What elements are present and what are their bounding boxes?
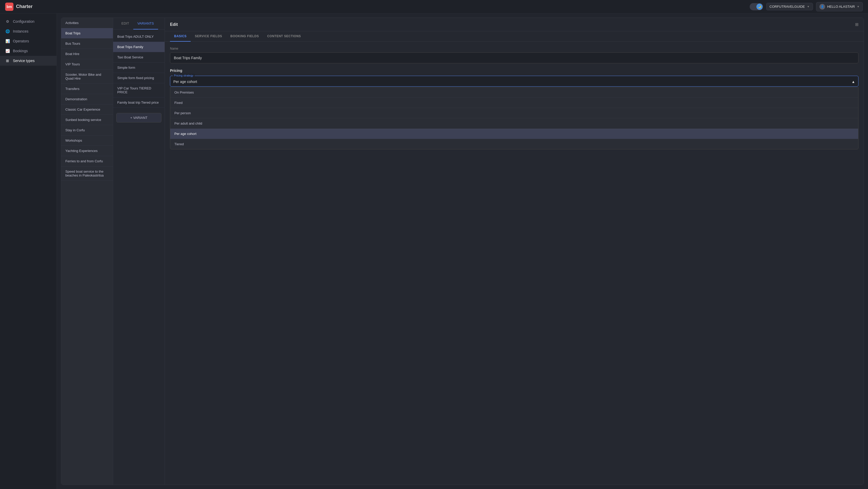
logo-icon: bm: [5, 3, 13, 11]
variant-item-vip-car-tours[interactable]: VIP Car Tours TIERED PRICE: [113, 83, 164, 97]
topbar-right: 🌙 CORFUTRAVELGUIDE ▼ 👤 HELLO ALASTAIR ▼: [750, 2, 863, 11]
activities-item-boat-trips[interactable]: Boat Trips: [61, 28, 113, 38]
topbar-left: bm Charter: [5, 3, 33, 11]
grid-icon: ⊞: [5, 58, 10, 63]
variant-item-family[interactable]: Boat Trips Family: [113, 42, 164, 52]
tab-variants[interactable]: VARIANTS: [133, 18, 158, 29]
chevron-down-icon: ▼: [807, 5, 810, 8]
edit-tab-content-sections[interactable]: CONTENT SECTIONS: [263, 31, 305, 41]
activities-item-bus-tours[interactable]: Bus Tours: [61, 38, 113, 49]
variant-item-adult-only[interactable]: Boat Trips ADULT ONLY: [113, 32, 164, 42]
dropdown-floating-label-container: Pricing strategy Per age cohort ▲: [170, 76, 859, 87]
variants-section: EDIT VARIANTS Boat Trips ADULT ONLY Boat…: [113, 18, 164, 485]
grid-view-icon[interactable]: ⊞: [855, 22, 859, 27]
sidebar: ⚙ Configuration 🌐 Instances 📊 Operators …: [0, 13, 57, 489]
pricing-strategy-dropdown[interactable]: Pricing strategy Per age cohort ▲ On Pre…: [170, 76, 859, 87]
activities-item-speedboat[interactable]: Speed boat service to the beaches in Pal…: [61, 166, 113, 181]
tenant-selector[interactable]: CORFUTRAVELGUIDE ▼: [766, 3, 813, 10]
activities-panel: Activities Boat Trips Bus Tours Boat Hir…: [61, 18, 113, 485]
main-content: Activities Boat Trips Bus Tours Boat Hir…: [57, 13, 868, 489]
chart-icon: 📊: [5, 39, 10, 43]
name-form-group: Name: [170, 47, 859, 63]
activities-item-scooter[interactable]: Scooter, Motor Bike and Quad Hire: [61, 69, 113, 84]
edit-body: Name Pricing Pricing strategy Per age co…: [165, 41, 864, 485]
dropdown-option-per-person[interactable]: Per person: [170, 108, 858, 118]
tab-edit[interactable]: EDIT: [117, 18, 133, 29]
edit-tab-service-fields[interactable]: SERVICE FIELDS: [191, 31, 226, 41]
content-area: Activities Boat Trips Bus Tours Boat Hir…: [57, 13, 868, 489]
edit-header: Edit ⊞: [165, 18, 864, 31]
add-variant-button[interactable]: + VARIANT: [116, 113, 161, 123]
dropdown-option-fixed[interactable]: Fixed: [170, 98, 858, 108]
dropdown-option-tiered[interactable]: Tiered: [170, 139, 858, 149]
sidebar-item-bookings[interactable]: 📈 Bookings: [0, 46, 57, 56]
activities-item-yachting[interactable]: Yachting Experiences: [61, 146, 113, 156]
variant-item-taxi-boat[interactable]: Taxi Boat Service: [113, 52, 164, 63]
edit-panel: Edit ⊞ BASICS SERVICE FIELDS BOOKING FIE…: [164, 18, 864, 485]
dropdown-option-per-adult-child[interactable]: Per adult and child: [170, 118, 858, 129]
trend-icon: 📈: [5, 49, 10, 53]
edit-variants-tabbar: EDIT VARIANTS: [113, 18, 164, 29]
sidebar-item-service-types[interactable]: ⊞ Service types: [0, 56, 57, 66]
dropdown-option-on-premises[interactable]: On Premises: [170, 87, 858, 98]
name-input[interactable]: [170, 53, 859, 63]
user-menu[interactable]: 👤 HELLO ALASTAIR ▼: [816, 2, 863, 11]
chevron-down-icon: ▼: [857, 5, 860, 8]
activities-item-activities[interactable]: Activities: [61, 18, 113, 28]
activities-item-demonstration[interactable]: Demonstration: [61, 94, 113, 104]
variants-list: Boat Trips ADULT ONLY Boat Trips Family …: [113, 29, 164, 110]
edit-panel-title: Edit: [170, 22, 178, 27]
activities-item-workshops[interactable]: Workshops: [61, 135, 113, 146]
sidebar-item-configuration[interactable]: ⚙ Configuration: [0, 17, 57, 26]
gear-icon: ⚙: [5, 19, 10, 24]
dropdown-select[interactable]: Per age cohort ▲: [173, 77, 855, 85]
dropdown-option-per-age-cohort[interactable]: Per age cohort: [170, 129, 858, 139]
edit-tab-basics[interactable]: BASICS: [170, 31, 191, 41]
pricing-strategy-label: Pricing strategy: [173, 74, 194, 77]
chevron-up-icon: ▲: [851, 80, 855, 84]
variant-item-simple-form[interactable]: Simple form: [113, 63, 164, 73]
activities-item-stay-corfu[interactable]: Stay in Corfu: [61, 125, 113, 135]
activities-item-transfers[interactable]: Transfers: [61, 84, 113, 94]
variant-item-family-boat-tiered[interactable]: Family boat trip Tiered price: [113, 97, 164, 108]
toggle-knob: 🌙: [756, 4, 763, 10]
variant-item-simple-form-fixed[interactable]: Simple form fixed pricing: [113, 73, 164, 83]
activities-item-boat-hire[interactable]: Boat Hire: [61, 49, 113, 59]
dropdown-selected-value: Per age cohort: [173, 80, 197, 84]
edit-tab-bar: BASICS SERVICE FIELDS BOOKING FIELDS CON…: [165, 31, 864, 41]
pricing-label: Pricing: [170, 68, 859, 73]
avatar: 👤: [819, 4, 825, 9]
edit-tab-booking-fields[interactable]: BOOKING FIELDS: [226, 31, 263, 41]
topbar: bm Charter 🌙 CORFUTRAVELGUIDE ▼ 👤 HELLO …: [0, 0, 868, 13]
theme-toggle[interactable]: 🌙: [750, 3, 763, 10]
activities-item-ferries[interactable]: Ferries to and from Corfu: [61, 156, 113, 166]
activities-item-classic-car[interactable]: Classic Car Experience: [61, 104, 113, 115]
outer-panels: Activities Boat Trips Bus Tours Boat Hir…: [61, 18, 864, 485]
globe-icon: 🌐: [5, 29, 10, 34]
activities-item-sunbed[interactable]: Sunbed booking service: [61, 115, 113, 125]
sidebar-item-operators[interactable]: 📊 Operators: [0, 36, 57, 46]
app-title: Charter: [16, 4, 33, 9]
activities-item-vip-tours[interactable]: VIP Tours: [61, 59, 113, 69]
name-label: Name: [170, 47, 859, 51]
pricing-strategy-menu: On Premises Fixed Per person Per adult a…: [170, 87, 859, 149]
sidebar-item-instances[interactable]: 🌐 Instances: [0, 26, 57, 36]
pricing-form-group: Pricing Pricing strategy Per age cohort …: [170, 68, 859, 87]
